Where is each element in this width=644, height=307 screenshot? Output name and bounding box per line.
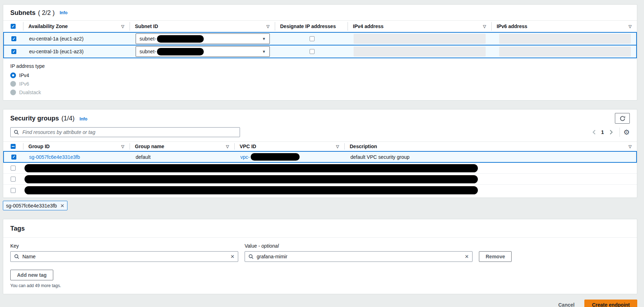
security-group-row-checkbox[interactable] — [11, 155, 16, 160]
ip-address-type-label: IP address type — [10, 63, 630, 70]
designate-ip-cell — [275, 36, 348, 41]
token-label: sg-0057fc6e4e331e3fb — [6, 203, 57, 209]
column-header-ipv4[interactable]: IPv4 address ▽ — [348, 21, 491, 32]
security-groups-filter[interactable] — [10, 127, 240, 137]
subnet-id-prefix: subnet- — [140, 49, 156, 54]
add-new-tag-button[interactable]: Add new tag — [10, 270, 53, 280]
column-label: Group ID — [28, 144, 50, 149]
subnet-id-select[interactable]: subnet- ▼ — [136, 46, 270, 57]
filter-input[interactable] — [22, 129, 236, 135]
pagination: 1 ⚙ — [590, 128, 630, 137]
redacted-row-data — [24, 186, 478, 194]
sort-icon: ▽ — [336, 144, 339, 149]
designate-ip-checkbox[interactable] — [310, 36, 315, 41]
group-id-cell: sg-0057fc6e4e331e3fb — [24, 154, 130, 160]
refresh-icon — [620, 115, 626, 122]
clear-key-icon[interactable]: × — [230, 253, 234, 260]
subnet-row: eu-central-1b (euc1-az3) subnet- ▼ — [3, 45, 637, 58]
tags-title: Tags — [10, 224, 25, 233]
column-header-ipv6[interactable]: IPv6 address ▽ — [491, 21, 637, 32]
select-all-groups-checkbox[interactable] — [11, 144, 16, 149]
security-groups-info-link[interactable]: Info — [80, 117, 87, 122]
create-endpoint-button[interactable]: Create endpoint — [584, 300, 637, 307]
security-group-row — [3, 163, 637, 174]
radio-option-ipv4[interactable]: IPv4 — [10, 71, 630, 80]
sort-icon: ▽ — [121, 144, 124, 149]
column-label: VPC ID — [240, 144, 256, 149]
column-header-availability-zone[interactable]: Availability Zone ▽ — [23, 21, 130, 32]
gear-icon[interactable]: ⚙ — [623, 129, 630, 136]
redacted-row-data — [24, 164, 478, 172]
radio-disabled-icon — [10, 90, 16, 95]
caret-down-icon: ▼ — [262, 37, 266, 41]
security-groups-header: Security groups (1/4) Info — [3, 109, 637, 126]
redacted-subnet-id — [157, 48, 204, 55]
tag-key-input[interactable]: Name × — [10, 251, 238, 262]
ipv4-address-field-disabled — [354, 47, 486, 56]
sort-icon: ▽ — [629, 24, 632, 29]
column-header-group-id[interactable]: Group ID ▽ — [23, 142, 130, 151]
pager-divider — [620, 128, 620, 137]
security-group-row-checkbox[interactable] — [11, 177, 16, 182]
current-page-number[interactable]: 1 — [598, 129, 607, 135]
row-select-cell — [4, 155, 24, 160]
tag-value-value: grafana-mimir — [257, 254, 462, 259]
security-groups-toolbar: 1 ⚙ — [3, 126, 637, 141]
column-header-group-name[interactable]: Group name ▽ — [130, 142, 234, 151]
security-group-row — [3, 174, 637, 185]
security-group-row-checkbox[interactable] — [11, 188, 16, 193]
clear-value-icon[interactable]: × — [465, 253, 469, 260]
security-group-row — [3, 185, 637, 196]
search-icon — [14, 254, 19, 259]
security-groups-title: Security groups — [10, 114, 59, 123]
column-header-vpc-id[interactable]: VPC ID ▽ — [234, 142, 344, 151]
row-select-cell — [4, 49, 24, 54]
tag-key-label: Key — [10, 242, 238, 249]
select-all-subnets-checkbox[interactable] — [11, 24, 16, 29]
security-group-row-checkbox[interactable] — [11, 166, 16, 171]
sort-icon: ▽ — [121, 24, 124, 29]
tags-panel: Tags Key Name × — [3, 219, 637, 294]
group-name-value: default — [136, 154, 151, 160]
subnets-panel: Subnets ( 2/2 ) Info Availability Zone ▽… — [3, 4, 637, 101]
column-header-subnet-id[interactable]: Subnet ID ▽ — [130, 21, 275, 32]
radio-label: IPv4 — [19, 72, 29, 78]
next-page-button[interactable] — [607, 128, 615, 136]
sort-icon: ▽ — [629, 144, 632, 149]
availability-zone-value: eu-central-1a (euc1-az2) — [29, 36, 83, 42]
subnet-id-select[interactable]: subnet- ▼ — [136, 33, 270, 44]
selected-security-group-token: sg-0057fc6e4e331e3fb × — [3, 201, 67, 210]
tag-value-input[interactable]: grafana-mimir × — [245, 251, 473, 262]
security-groups-panel: Security groups (1/4) Info — [3, 109, 637, 198]
create-endpoint-page: Subnets ( 2/2 ) Info Availability Zone ▽… — [3, 4, 637, 307]
radio-disabled-icon — [10, 81, 16, 87]
radio-option-dualstack: Dualstack — [10, 88, 630, 97]
subnet-row-checkbox[interactable] — [11, 49, 16, 54]
ipv6-address-cell — [492, 47, 636, 56]
subnet-row-checkbox[interactable] — [11, 36, 16, 41]
column-header-description[interactable]: Description ▽ — [344, 142, 637, 151]
subnets-header: Subnets ( 2/2 ) Info — [3, 5, 637, 20]
description-cell: default VPC security group — [345, 154, 636, 160]
cancel-button[interactable]: Cancel — [558, 302, 575, 307]
select-all-groups-cell — [3, 142, 23, 151]
security-groups-count: (1/4) — [61, 115, 75, 122]
token-dismiss-icon[interactable]: × — [60, 203, 64, 209]
vpc-id-link[interactable]: vpc- — [240, 154, 250, 160]
remove-tag-button[interactable]: Remove — [479, 251, 512, 262]
group-id-link[interactable]: sg-0057fc6e4e331e3fb — [29, 154, 80, 160]
column-label: IPv4 address — [353, 23, 383, 29]
redacted-row-data — [24, 175, 478, 183]
ipv6-address-field-disabled — [499, 34, 631, 44]
previous-page-button[interactable] — [590, 128, 598, 136]
tag-value-field-group: Value - optional grafana-mimir × — [245, 242, 473, 262]
refresh-button[interactable] — [615, 113, 630, 124]
subnets-info-link[interactable]: Info — [60, 10, 67, 15]
sort-icon: ▽ — [267, 24, 269, 29]
ipv6-address-cell — [492, 34, 636, 44]
column-header-designate-ip: Designate IP addresses — [275, 21, 348, 32]
column-label: Group name — [135, 144, 164, 149]
radio-label: IPv6 — [19, 81, 29, 87]
security-group-row: sg-0057fc6e4e331e3fb default vpc- defaul… — [3, 151, 637, 163]
designate-ip-checkbox[interactable] — [310, 49, 315, 54]
